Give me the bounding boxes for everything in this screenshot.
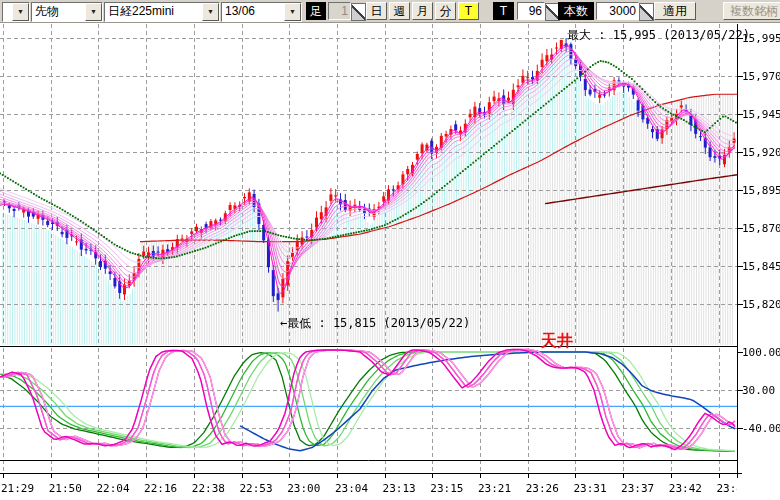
spin-icon[interactable] <box>639 3 654 21</box>
ceiling-annotation: 天井 <box>541 331 573 352</box>
dropdown-arrow-icon[interactable]: ▼ <box>284 3 301 21</box>
tick-count-spinner[interactable]: 96 <box>517 2 560 20</box>
time-axis-label: 23:21 <box>478 482 511 495</box>
period-button-日[interactable]: 日 <box>366 2 387 20</box>
price-axis-label: 15,920 <box>742 146 780 159</box>
price-axis-label: 15,845 <box>742 260 780 273</box>
time-axis-label: 22:04 <box>96 482 129 495</box>
time-axis-label: 21:29 <box>1 482 34 495</box>
period-button-月[interactable]: 月 <box>412 2 433 20</box>
max-price-annotation: 最大 : 15,995 (2013/05/22) <box>567 27 750 44</box>
dropdown-arrow-icon[interactable]: ▼ <box>12 3 29 21</box>
dropdown-arrow-icon[interactable]: ▼ <box>202 3 219 21</box>
time-axis: 21:2921:5022:0422:1622:3822:5323:0023:04… <box>0 482 737 497</box>
apply-button[interactable]: 適用 <box>654 2 696 20</box>
time-axis-label: 23:13 <box>383 482 416 495</box>
period-button-T[interactable]: T <box>458 2 479 20</box>
bar-interval-spinner[interactable]: 1 <box>328 2 366 20</box>
contract-dropdown[interactable]: 13/06 ▼ <box>221 2 302 22</box>
time-axis-label: 22:16 <box>144 482 177 495</box>
chart-canvas[interactable] <box>0 0 780 500</box>
bar-count-label: 本数 <box>558 2 594 20</box>
price-axis-label: 15,870 <box>742 222 780 235</box>
time-axis-label: 23:31 <box>573 482 606 495</box>
toolbar: ▼ 先物 ▼ 日経225mini ▼ 13/06 ▼ 足 1 日週月分T T 9… <box>0 0 780 23</box>
category-value: 先物 <box>32 3 85 21</box>
time-axis-label: 23:26 <box>526 482 559 495</box>
time-axis-label: 22:53 <box>240 482 273 495</box>
period-button-分[interactable]: 分 <box>435 2 456 20</box>
time-axis-label: 21:50 <box>49 482 82 495</box>
symbol-dropdown[interactable]: 日経225mini ▼ <box>104 2 220 22</box>
period-button-週[interactable]: 週 <box>389 2 410 20</box>
dropdown-arrow-icon[interactable]: ▼ <box>85 3 102 21</box>
min-price-annotation: ←最低 : 15,815 (2013/05/22) <box>280 315 470 332</box>
price-axis-label: 15,895 <box>742 184 780 197</box>
indicator-axis-label: 100.00 <box>742 346 780 359</box>
time-axis-label: 23:04 <box>335 482 368 495</box>
bar-count-spinner[interactable]: 3000 <box>596 2 654 20</box>
indicator-axis-label: -40.00 <box>742 422 780 435</box>
mini-dropdown-value <box>3 3 12 21</box>
time-axis-label: 23:15 <box>430 482 463 495</box>
time-axis-label: 23:00 <box>287 482 320 495</box>
bar-type-label: 足 <box>306 2 326 20</box>
indicator-axis-label: 30.00 <box>742 384 780 397</box>
price-axis-label: 15,970 <box>742 70 780 83</box>
time-axis-label: 23:42 <box>669 482 702 495</box>
time-axis-label: 22:38 <box>192 482 225 495</box>
bar-interval-value: 1 <box>328 2 351 20</box>
tick-label: T <box>493 2 514 20</box>
spin-icon[interactable] <box>351 3 366 21</box>
tick-count-value: 96 <box>517 2 545 20</box>
contract-value: 13/06 <box>222 3 284 21</box>
mini-dropdown[interactable]: ▼ <box>2 2 30 22</box>
time-axis-label: 23:47 <box>717 482 738 495</box>
bar-count-value: 3000 <box>596 2 639 20</box>
multi-symbol-button: 複数銘柄 <box>723 2 780 20</box>
price-axis-label: 15,820 <box>742 298 780 311</box>
time-axis-label: 23:37 <box>621 482 654 495</box>
price-axis-label: 15,945 <box>742 108 780 121</box>
category-dropdown[interactable]: 先物 ▼ <box>31 2 103 22</box>
symbol-value: 日経225mini <box>105 3 202 21</box>
